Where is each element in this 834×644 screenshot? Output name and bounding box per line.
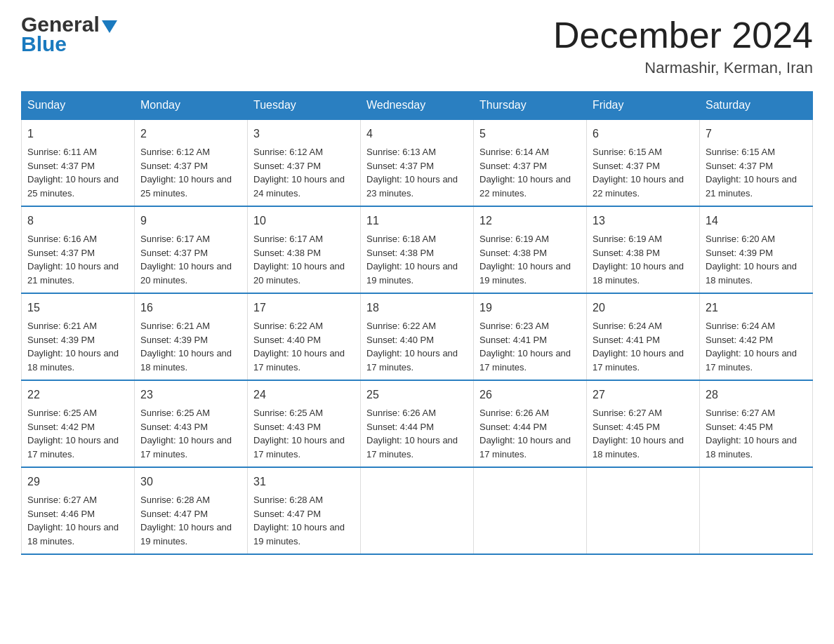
- daylight-text: Daylight: 10 hours and 18 minutes.: [593, 435, 684, 459]
- day-number: 3: [253, 126, 355, 142]
- sunset-text: Sunset: 4:45 PM: [593, 422, 660, 432]
- daylight-text: Daylight: 10 hours and 17 minutes.: [479, 435, 571, 459]
- sunrise-text: Sunrise: 6:20 AM: [706, 234, 775, 244]
- day-number: 5: [479, 126, 581, 142]
- calendar-day-header: Sunday: [22, 92, 135, 120]
- sunrise-text: Sunrise: 6:24 AM: [593, 321, 662, 331]
- sunset-text: Sunset: 4:37 PM: [253, 161, 321, 171]
- sunset-text: Sunset: 4:37 PM: [593, 161, 660, 171]
- sunrise-text: Sunrise: 6:27 AM: [593, 408, 662, 418]
- sunrise-text: Sunrise: 6:18 AM: [366, 234, 436, 244]
- sunrise-text: Sunrise: 6:22 AM: [253, 321, 323, 331]
- sunrise-text: Sunrise: 6:22 AM: [366, 321, 436, 331]
- day-number: 12: [479, 213, 581, 229]
- calendar-day-cell: 2Sunrise: 6:12 AMSunset: 4:37 PMDaylight…: [135, 119, 248, 206]
- sunrise-text: Sunrise: 6:27 AM: [706, 408, 775, 418]
- sunset-text: Sunset: 4:40 PM: [366, 335, 434, 345]
- daylight-text: Daylight: 10 hours and 19 minutes.: [479, 261, 571, 286]
- day-number: 7: [706, 126, 807, 142]
- sunrise-text: Sunrise: 6:21 AM: [27, 321, 97, 331]
- sunrise-text: Sunrise: 6:25 AM: [27, 408, 97, 418]
- calendar-header-row: SundayMondayTuesdayWednesdayThursdayFrid…: [22, 92, 813, 120]
- calendar-table: SundayMondayTuesdayWednesdayThursdayFrid…: [21, 91, 813, 555]
- sunset-text: Sunset: 4:38 PM: [366, 248, 434, 258]
- sunrise-text: Sunrise: 6:12 AM: [140, 147, 210, 157]
- calendar-day-header: Tuesday: [248, 92, 361, 120]
- sunset-text: Sunset: 4:38 PM: [479, 248, 547, 258]
- sunset-text: Sunset: 4:39 PM: [140, 335, 208, 345]
- calendar-day-cell: 8Sunrise: 6:16 AMSunset: 4:37 PMDaylight…: [22, 206, 135, 293]
- sunset-text: Sunset: 4:37 PM: [140, 248, 208, 258]
- sunrise-text: Sunrise: 6:21 AM: [140, 321, 210, 331]
- daylight-text: Daylight: 10 hours and 17 minutes.: [253, 435, 345, 459]
- logo-triangle-icon: [102, 20, 117, 33]
- calendar-day-cell: 22Sunrise: 6:25 AMSunset: 4:42 PMDayligh…: [22, 380, 135, 467]
- sunset-text: Sunset: 4:38 PM: [253, 248, 321, 258]
- page-header: General Blue December 2024 Narmashir, Ke…: [21, 14, 813, 77]
- daylight-text: Daylight: 10 hours and 17 minutes.: [253, 348, 345, 373]
- daylight-text: Daylight: 10 hours and 24 minutes.: [253, 174, 345, 199]
- day-number: 16: [140, 300, 241, 316]
- calendar-day-header: Wednesday: [361, 92, 474, 120]
- daylight-text: Daylight: 10 hours and 19 minutes.: [140, 522, 232, 546]
- day-number: 28: [706, 387, 807, 403]
- daylight-text: Daylight: 10 hours and 23 minutes.: [366, 174, 458, 199]
- calendar-day-cell: 24Sunrise: 6:25 AMSunset: 4:43 PMDayligh…: [248, 380, 361, 467]
- calendar-week-row: 15Sunrise: 6:21 AMSunset: 4:39 PMDayligh…: [22, 293, 813, 380]
- sunset-text: Sunset: 4:42 PM: [706, 335, 773, 345]
- logo-blue: Blue: [21, 32, 67, 56]
- calendar-day-cell: 17Sunrise: 6:22 AMSunset: 4:40 PMDayligh…: [248, 293, 361, 380]
- calendar-day-cell: 13Sunrise: 6:19 AMSunset: 4:38 PMDayligh…: [587, 206, 700, 293]
- daylight-text: Daylight: 10 hours and 17 minutes.: [27, 435, 119, 459]
- sunset-text: Sunset: 4:43 PM: [140, 422, 208, 432]
- sunrise-text: Sunrise: 6:17 AM: [253, 234, 323, 244]
- sunset-text: Sunset: 4:46 PM: [27, 509, 95, 519]
- sunrise-text: Sunrise: 6:13 AM: [366, 147, 436, 157]
- day-number: 8: [27, 213, 128, 229]
- day-number: 14: [706, 213, 807, 229]
- calendar-day-cell: 11Sunrise: 6:18 AMSunset: 4:38 PMDayligh…: [361, 206, 474, 293]
- calendar-day-cell: 18Sunrise: 6:22 AMSunset: 4:40 PMDayligh…: [361, 293, 474, 380]
- sunrise-text: Sunrise: 6:19 AM: [593, 234, 662, 244]
- sunset-text: Sunset: 4:47 PM: [253, 509, 321, 519]
- daylight-text: Daylight: 10 hours and 18 minutes.: [706, 261, 797, 286]
- calendar-day-header: Thursday: [474, 92, 587, 120]
- calendar-day-cell: [361, 467, 474, 554]
- sunrise-text: Sunrise: 6:25 AM: [140, 408, 210, 418]
- sunset-text: Sunset: 4:37 PM: [366, 161, 434, 171]
- calendar-day-cell: [474, 467, 587, 554]
- calendar-day-cell: 20Sunrise: 6:24 AMSunset: 4:41 PMDayligh…: [587, 293, 700, 380]
- sunset-text: Sunset: 4:45 PM: [706, 422, 773, 432]
- sunset-text: Sunset: 4:41 PM: [593, 335, 660, 345]
- day-number: 31: [253, 474, 355, 490]
- calendar-day-cell: [587, 467, 700, 554]
- day-number: 30: [140, 474, 241, 490]
- calendar-title-block: December 2024 Narmashir, Kerman, Iran: [553, 14, 813, 77]
- sunrise-text: Sunrise: 6:26 AM: [366, 408, 436, 418]
- calendar-month-year: December 2024: [553, 14, 813, 56]
- day-number: 25: [366, 387, 468, 403]
- calendar-day-cell: 30Sunrise: 6:28 AMSunset: 4:47 PMDayligh…: [135, 467, 248, 554]
- daylight-text: Daylight: 10 hours and 18 minutes.: [27, 348, 119, 373]
- sunset-text: Sunset: 4:37 PM: [27, 248, 95, 258]
- daylight-text: Daylight: 10 hours and 17 minutes.: [366, 435, 458, 459]
- calendar-week-row: 29Sunrise: 6:27 AMSunset: 4:46 PMDayligh…: [22, 467, 813, 554]
- sunrise-text: Sunrise: 6:28 AM: [253, 495, 323, 505]
- daylight-text: Daylight: 10 hours and 25 minutes.: [140, 174, 232, 199]
- daylight-text: Daylight: 10 hours and 18 minutes.: [706, 435, 797, 459]
- sunrise-text: Sunrise: 6:25 AM: [253, 408, 323, 418]
- daylight-text: Daylight: 10 hours and 20 minutes.: [253, 261, 345, 286]
- sunset-text: Sunset: 4:39 PM: [706, 248, 773, 258]
- daylight-text: Daylight: 10 hours and 18 minutes.: [140, 348, 232, 373]
- sunrise-text: Sunrise: 6:16 AM: [27, 234, 97, 244]
- sunset-text: Sunset: 4:47 PM: [140, 509, 208, 519]
- calendar-day-cell: 21Sunrise: 6:24 AMSunset: 4:42 PMDayligh…: [700, 293, 813, 380]
- daylight-text: Daylight: 10 hours and 17 minutes.: [479, 348, 571, 373]
- calendar-day-cell: 15Sunrise: 6:21 AMSunset: 4:39 PMDayligh…: [22, 293, 135, 380]
- sunset-text: Sunset: 4:38 PM: [593, 248, 660, 258]
- sunset-text: Sunset: 4:37 PM: [706, 161, 773, 171]
- day-number: 10: [253, 213, 355, 229]
- calendar-day-cell: 23Sunrise: 6:25 AMSunset: 4:43 PMDayligh…: [135, 380, 248, 467]
- calendar-day-cell: 3Sunrise: 6:12 AMSunset: 4:37 PMDaylight…: [248, 119, 361, 206]
- daylight-text: Daylight: 10 hours and 17 minutes.: [140, 435, 232, 459]
